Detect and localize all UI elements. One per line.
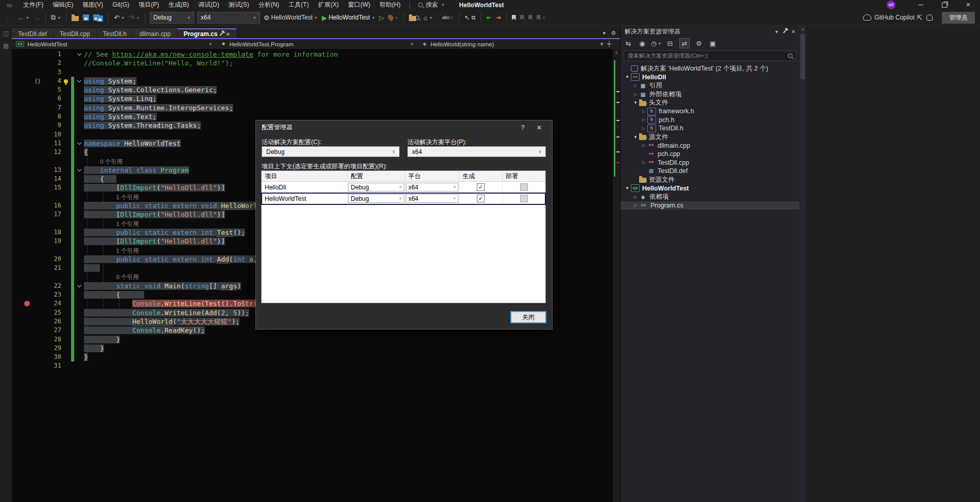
- undo-button[interactable]: ↶▼: [112, 11, 127, 24]
- project-config-select[interactable]: Debug˅: [348, 194, 404, 203]
- dialog-close-icon[interactable]: ✕: [532, 120, 546, 134]
- document-list-icon[interactable]: ▾: [603, 30, 606, 37]
- collapse-arrow-icon[interactable]: ▼: [632, 100, 639, 105]
- code-text[interactable]: using System;: [84, 77, 136, 85]
- breakpoint-margin[interactable]: [24, 50, 32, 59]
- fold-margin[interactable]: [75, 317, 84, 326]
- expand-arrow-icon[interactable]: ▷: [632, 83, 639, 88]
- preview-selected-items-icon[interactable]: ▣: [708, 39, 717, 48]
- expand-arrow-icon[interactable]: ▷: [632, 92, 639, 97]
- breakpoint-margin[interactable]: [24, 121, 32, 130]
- user-avatar[interactable]: IJ7: [887, 1, 896, 9]
- grid-column-header[interactable]: 部署: [503, 171, 545, 181]
- explorer-scrollbar[interactable]: ▲: [799, 26, 806, 502]
- tree-item-解决方案 'HelloWorldTest' (2 个项目, 共 2 个)[interactable]: 解决方案 'HelloWorldTest' (2 个项目, 共 2 个): [621, 64, 800, 73]
- fold-margin[interactable]: [75, 228, 84, 237]
- code-text[interactable]: static void Main(string[] args): [84, 282, 241, 290]
- tree-item-TestDll.cpp[interactable]: ▷++TestDll.cpp: [621, 159, 800, 167]
- fold-margin[interactable]: [75, 77, 84, 85]
- share-button[interactable]: ⇱: [915, 11, 924, 24]
- menu-item[interactable]: 工具(T): [284, 0, 313, 10]
- code-line-2[interactable]: 2//Console.WriteLine("Hello, World!");: [12, 59, 613, 67]
- menu-item[interactable]: 窗口(W): [343, 0, 375, 10]
- menu-item[interactable]: 编辑(E): [48, 0, 78, 10]
- code-line-29[interactable]: 29 }: [12, 344, 613, 353]
- spell-check-button[interactable]: abc✓: [440, 11, 456, 24]
- tab-close-icon[interactable]: ✕: [226, 30, 230, 38]
- breakpoint-margin[interactable]: [24, 282, 32, 290]
- fold-margin[interactable]: [75, 130, 84, 139]
- fold-margin[interactable]: [75, 193, 84, 201]
- tree-item-TestDll.def[interactable]: ⊞TestDll.def: [621, 167, 800, 176]
- lightbulb-icon[interactable]: [64, 79, 68, 83]
- build-checkbox[interactable]: ✓: [477, 195, 485, 202]
- properties-icon[interactable]: ⚙: [694, 39, 703, 48]
- tab-TestDll.cpp[interactable]: TestDll.cpp: [54, 28, 96, 38]
- fold-margin[interactable]: [75, 308, 84, 317]
- tree-item-HelloDll[interactable]: ▼++HelloDll: [621, 73, 800, 82]
- code-text[interactable]: namespace HelloWorldTest: [84, 139, 181, 148]
- project-platform-select[interactable]: x64˅: [406, 183, 458, 192]
- breakpoint-margin[interactable]: [24, 59, 32, 67]
- code-text[interactable]: 0 个引用: [84, 157, 123, 166]
- toggle-bookmark-button[interactable]: [510, 11, 518, 24]
- fold-margin[interactable]: [75, 210, 84, 219]
- code-text[interactable]: }: [84, 335, 120, 344]
- code-text[interactable]: 1 个引用: [84, 246, 139, 255]
- fold-chevron-icon[interactable]: [77, 283, 81, 287]
- breakpoint-margin[interactable]: [24, 361, 32, 370]
- toolbox-tab-icon[interactable]: ◫: [3, 30, 9, 37]
- code-text[interactable]: {: [84, 148, 88, 157]
- start-without-debugging-button[interactable]: ▷: [377, 11, 386, 24]
- fold-chevron-icon[interactable]: [77, 141, 81, 145]
- scrollbar-thumb[interactable]: [800, 34, 805, 79]
- code-text[interactable]: }: [84, 353, 88, 361]
- breakpoint-margin[interactable]: [24, 299, 32, 308]
- panel-close-icon[interactable]: ✕: [792, 29, 796, 34]
- breakpoint-margin[interactable]: [24, 317, 32, 326]
- breakpoint-margin[interactable]: [24, 335, 32, 344]
- expand-arrow-icon[interactable]: ▷: [640, 143, 647, 148]
- menu-item[interactable]: 视图(V): [78, 0, 108, 10]
- code-text[interactable]: 1 个引用: [84, 193, 139, 201]
- breadcrumb-project[interactable]: C# HelloWorldTest ▼: [12, 39, 216, 49]
- code-line-31[interactable]: 31: [12, 361, 613, 370]
- fold-margin[interactable]: [75, 94, 84, 103]
- fold-margin[interactable]: [75, 326, 84, 335]
- code-line-4[interactable]: {}4using System;: [12, 77, 613, 85]
- github-copilot-button[interactable]: GitHub Copilot: [863, 14, 915, 21]
- fold-margin[interactable]: [75, 68, 84, 77]
- open-file-button[interactable]: [70, 11, 81, 24]
- codelens-reference-count[interactable]: 1 个引用: [84, 221, 139, 227]
- breakpoint-margin[interactable]: [24, 201, 32, 210]
- fold-margin[interactable]: [75, 344, 84, 353]
- editor-scrollbar[interactable]: ▲: [613, 49, 620, 502]
- fold-margin[interactable]: [75, 237, 84, 246]
- code-line-5[interactable]: 5using System.Collections.Generic;: [12, 85, 613, 94]
- codelens-reference-count[interactable]: 0 个引用: [84, 274, 139, 280]
- tree-item-资源文件[interactable]: 资源文件: [621, 176, 800, 184]
- fold-margin[interactable]: [75, 157, 84, 166]
- quick-search[interactable]: 搜索 ▼: [414, 1, 449, 9]
- breakpoint-margin[interactable]: [24, 103, 32, 112]
- dialog-help-button[interactable]: ?: [515, 120, 530, 134]
- fold-margin[interactable]: [75, 112, 84, 121]
- fold-margin[interactable]: [75, 139, 84, 148]
- open-files-filter-icon[interactable]: ◷▼: [651, 39, 661, 48]
- code-line-3[interactable]: 3: [12, 68, 613, 77]
- switch-views-icon[interactable]: ⇆: [624, 39, 633, 48]
- breadcrumb-type[interactable]: ❖ HelloWorldTest.Program ▼: [216, 39, 418, 49]
- menu-item[interactable]: 帮助(H): [375, 0, 405, 10]
- menu-item[interactable]: 调试(D): [194, 0, 224, 10]
- collapse-arrow-icon[interactable]: ▼: [632, 135, 639, 140]
- code-text[interactable]: using System.Threading.Tasks;: [84, 121, 201, 130]
- scroll-up-icon[interactable]: ▲: [613, 50, 620, 55]
- save-all-button[interactable]: [91, 11, 105, 24]
- tree-item-引用[interactable]: ▷▣引用: [621, 81, 800, 90]
- menu-item[interactable]: 文件(F): [19, 0, 48, 10]
- close-button[interactable]: ✕: [956, 0, 980, 10]
- codelens-reference-count[interactable]: 1 个引用: [84, 194, 139, 200]
- hot-reload-button[interactable]: ▼: [386, 11, 400, 24]
- collapse-arrow-icon[interactable]: ▼: [624, 186, 631, 191]
- breakpoint-margin[interactable]: [24, 210, 32, 219]
